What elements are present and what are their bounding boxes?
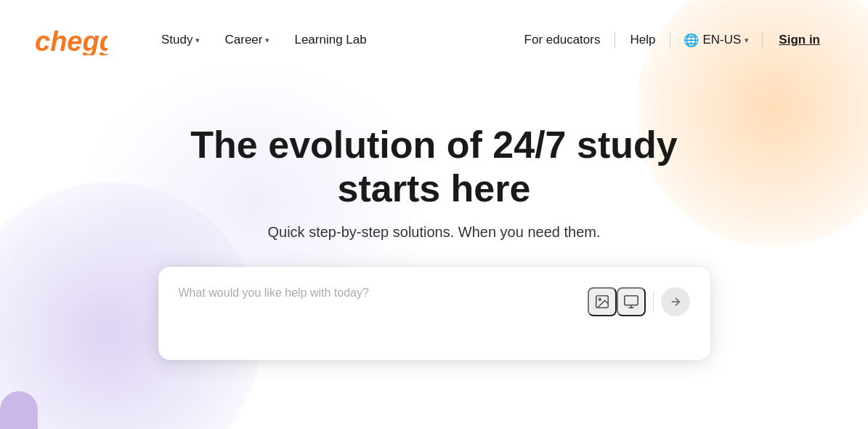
- locale-label: EN-US: [702, 33, 741, 47]
- search-input[interactable]: [179, 284, 588, 337]
- learning-lab-label: Learning Lab: [294, 33, 366, 47]
- search-actions: [588, 287, 690, 316]
- nav-right: For educators Help 🌐 EN-US ▾ Sign in: [513, 27, 833, 54]
- arrow-right-icon: [669, 295, 682, 308]
- hero-section: The evolution of 24/7 study starts here …: [0, 80, 868, 360]
- nav-study[interactable]: Study ▾: [151, 27, 210, 53]
- svg-point-2: [599, 298, 601, 300]
- sign-in-label: Sign in: [779, 33, 820, 47]
- chegg-logo: chegg: [35, 25, 108, 55]
- formula-button[interactable]: [617, 287, 646, 316]
- hero-subtitle: Quick step-by-step solutions. When you n…: [267, 224, 600, 241]
- search-card: [158, 267, 710, 360]
- career-chevron-icon: ▾: [265, 36, 269, 45]
- search-separator: [653, 291, 654, 313]
- nav-links: Study ▾ Career ▾ Learning Lab: [151, 27, 377, 53]
- image-upload-button[interactable]: [588, 287, 617, 316]
- locale-button[interactable]: 🌐 EN-US ▾: [673, 27, 759, 54]
- svg-rect-3: [624, 295, 637, 305]
- image-icon: [594, 294, 610, 310]
- formula-icon: [623, 294, 639, 310]
- nav-divider-3: [762, 32, 763, 48]
- sign-in-button[interactable]: Sign in: [766, 27, 833, 53]
- nav-learning-lab[interactable]: Learning Lab: [284, 27, 376, 53]
- nav-divider-2: [670, 32, 670, 48]
- nav-help[interactable]: Help: [618, 27, 667, 53]
- nav-left: chegg Study ▾ Career ▾ Learning Lab: [35, 25, 377, 55]
- study-label: Study: [161, 33, 192, 47]
- hero-title: The evolution of 24/7 study starts here: [151, 124, 718, 211]
- nav-divider-1: [615, 32, 615, 48]
- for-educators-label: For educators: [524, 33, 601, 47]
- study-chevron-icon: ▾: [195, 36, 200, 45]
- logo-link[interactable]: chegg: [35, 25, 108, 55]
- locale-chevron-icon: ▾: [745, 36, 749, 45]
- search-textarea-wrapper: [179, 284, 588, 342]
- nav-for-educators[interactable]: For educators: [513, 27, 612, 53]
- search-submit-button[interactable]: [661, 287, 690, 316]
- svg-text:chegg: chegg: [35, 26, 108, 55]
- bottom-avatar: [0, 391, 38, 429]
- navbar: chegg Study ▾ Career ▾ Learning Lab For …: [0, 0, 868, 80]
- help-label: Help: [630, 33, 655, 47]
- globe-icon: 🌐: [684, 33, 699, 48]
- nav-career[interactable]: Career ▾: [214, 27, 280, 53]
- career-label: Career: [224, 33, 262, 47]
